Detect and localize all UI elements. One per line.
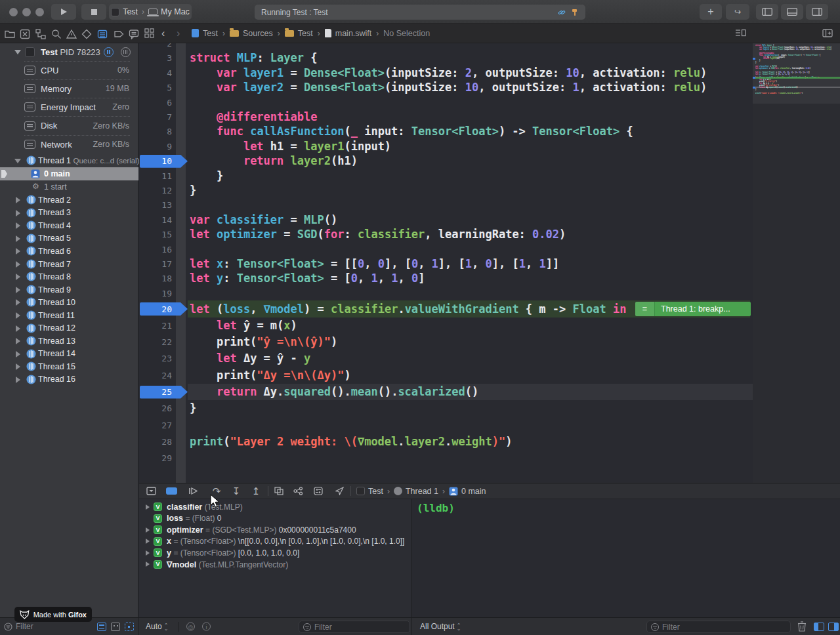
code-line-21[interactable]: 21 let ŷ = m(x) — [139, 318, 840, 334]
thread-row-10[interactable]: Thread 10 — [0, 296, 138, 309]
disclosure-triangle[interactable] — [16, 338, 20, 344]
breakpoints-toggle-icon[interactable] — [165, 483, 178, 499]
code-line-20[interactable]: 20let (loss, ∇model) = classifier.valueW… — [139, 300, 840, 317]
minimize-window-button[interactable] — [22, 8, 31, 16]
variables-scope-select[interactable]: Auto⌃⌄ — [146, 622, 168, 631]
code-line-27[interactable]: 27 — [139, 417, 840, 434]
code-line-7[interactable]: 7 @differentiable — [139, 110, 840, 124]
gauge-cpu[interactable]: CPU0% — [0, 61, 138, 79]
line-number[interactable]: 25 — [139, 387, 172, 397]
breadcrumb-test[interactable]: Test — [298, 29, 313, 38]
line-number[interactable]: 12 — [139, 186, 172, 195]
pinned-filter-icon[interactable] — [125, 623, 134, 631]
pause-process-icon[interactable] — [104, 47, 114, 57]
stack-frame-1-start[interactable]: ⚙1 start — [0, 180, 138, 193]
line-number[interactable]: 17 — [139, 259, 172, 269]
code-line-22[interactable]: 22 print("ŷ =\n\(ŷ)") — [139, 334, 840, 350]
line-number[interactable]: 18 — [139, 274, 172, 283]
code-line-29[interactable]: 29 — [139, 450, 840, 466]
step-into-icon[interactable]: ↧ — [230, 483, 243, 499]
line-number[interactable]: 14 — [139, 215, 172, 225]
code-line-28[interactable]: 28print("Layer 2 weight: \(∇model.layer2… — [139, 434, 840, 450]
find-navigator-icon[interactable] — [51, 28, 62, 39]
line-number[interactable]: 21 — [139, 321, 172, 331]
variable-row-2[interactable]: Vloss = (Float) 0 — [139, 513, 411, 525]
gauge-network[interactable]: NetworkZero KB/s — [0, 135, 138, 154]
run-button[interactable] — [51, 4, 76, 20]
library-button[interactable]: + — [700, 4, 722, 20]
line-number[interactable]: 9 — [139, 142, 172, 152]
code-review-button[interactable]: ↪ — [726, 4, 749, 20]
step-out-icon[interactable]: ↥ — [249, 483, 262, 499]
disclosure-triangle[interactable] — [146, 550, 150, 556]
line-number[interactable]: 4 — [139, 68, 172, 78]
disclosure-triangle[interactable] — [16, 222, 20, 229]
line-number[interactable]: 19 — [139, 289, 172, 298]
disclosure-triangle[interactable] — [146, 539, 150, 544]
breakpoint-navigator-icon[interactable] — [113, 28, 124, 39]
disclosure-triangle[interactable] — [16, 236, 20, 242]
code-line-16[interactable]: 16 — [139, 242, 840, 256]
line-number[interactable]: 27 — [139, 420, 172, 430]
source-control-navigator-icon[interactable] — [19, 28, 30, 39]
gauge-memory[interactable]: Memory19 MB — [0, 79, 138, 98]
console-filter-field[interactable]: Filter — [646, 621, 791, 633]
continue-icon[interactable] — [186, 483, 200, 499]
line-number[interactable]: 5 — [139, 83, 172, 92]
sidebar-filter-input[interactable]: Filter — [16, 622, 33, 631]
add-editor-icon[interactable] — [822, 24, 833, 43]
line-number[interactable]: 24 — [139, 371, 172, 380]
source-editor[interactable]: 23struct MLP: Layer {4 var layer1 = Dens… — [139, 43, 840, 483]
editor-options-icon[interactable] — [735, 24, 746, 43]
thread-1-row[interactable]: Thread 1 Queue: c...d (serial) — [0, 154, 138, 167]
thread-row-2[interactable]: Thread 2 — [0, 194, 138, 207]
line-number[interactable]: 6 — [139, 98, 172, 108]
thread-row-15[interactable]: Thread 15 — [0, 360, 138, 373]
thread-row-12[interactable]: Thread 12 — [0, 322, 138, 335]
disclosure-triangle[interactable] — [16, 274, 20, 280]
line-number[interactable]: 20 — [139, 304, 172, 314]
code-line-9[interactable]: 9 let h1 = layer1(input) — [139, 139, 840, 154]
code-line-10[interactable]: 10 return layer2(h1) — [139, 154, 840, 169]
minimap[interactable]: import TensorFlowstruct MLP: Layer { var… — [753, 43, 840, 483]
line-number[interactable]: 3 — [139, 53, 172, 63]
variable-row-1[interactable]: Vclassifier (Test.MLP) — [139, 501, 411, 513]
simulate-location-icon[interactable] — [333, 483, 346, 499]
project-navigator-icon[interactable] — [4, 28, 15, 39]
console[interactable]: (lldb) — [411, 499, 840, 617]
variable-row-6[interactable]: V∇model (Test.MLP.TangentVector) — [139, 559, 411, 571]
variable-row-3[interactable]: Voptimizer = (SGD<Test.MLP>) 0x000000011… — [139, 524, 411, 536]
code-line-18[interactable]: 18let y: Tensor<Float> = [0, 1, 1, 0] — [139, 272, 840, 286]
disclosure-triangle[interactable] — [146, 562, 150, 567]
disclosure-triangle[interactable] — [16, 325, 20, 332]
view-mode-icon[interactable] — [121, 47, 131, 57]
back-button[interactable]: ‹ — [161, 24, 165, 43]
breadcrumb-project[interactable]: Test — [203, 29, 218, 38]
variables-filter-field[interactable]: Filter — [299, 621, 410, 633]
inspector-toggle-button[interactable] — [806, 4, 828, 20]
disclosure-triangle[interactable] — [16, 299, 20, 306]
stop-button[interactable] — [81, 4, 106, 20]
line-number[interactable]: 15 — [139, 230, 172, 239]
jump-thread[interactable]: Thread 1 — [406, 487, 438, 496]
gauge-disk[interactable]: DiskZero KB/s — [0, 116, 138, 135]
code-line-13[interactable]: 13 — [139, 198, 840, 213]
thread-row-4[interactable]: Thread 4 — [0, 219, 138, 232]
line-number[interactable]: 16 — [139, 245, 172, 255]
line-number[interactable]: 2 — [139, 43, 172, 49]
crashed-filter-icon[interactable] — [111, 623, 120, 631]
issue-navigator-icon[interactable] — [66, 28, 77, 39]
view-hierarchy-icon[interactable] — [272, 483, 285, 499]
disclosure-triangle[interactable] — [16, 363, 20, 370]
code-line-11[interactable]: 11 } — [139, 169, 840, 183]
disclosure-triangle[interactable] — [16, 351, 20, 358]
disclosure-triangle[interactable] — [16, 197, 20, 203]
line-number[interactable]: 26 — [139, 403, 172, 413]
code-line-12[interactable]: 12} — [139, 183, 840, 197]
code-line-2[interactable]: 2 — [139, 43, 840, 51]
test-navigator-icon[interactable] — [81, 28, 92, 39]
code-line-19[interactable]: 19 — [139, 286, 840, 300]
thread-row-16[interactable]: Thread 16 — [0, 373, 138, 386]
thread-row-7[interactable]: Thread 7 — [0, 258, 138, 271]
disclosure-triangle[interactable] — [16, 377, 20, 383]
